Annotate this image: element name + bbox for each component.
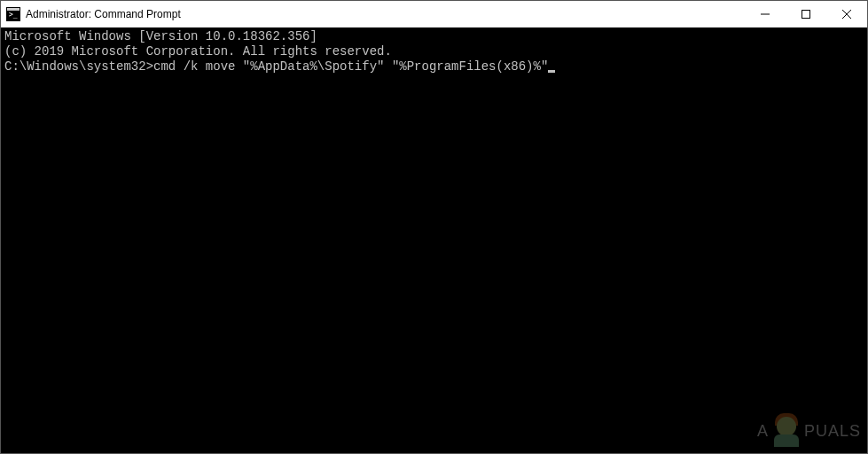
command-prompt-window: >_ Administrator: Command Prompt [0, 0, 868, 454]
terminal-prompt-line: C:\Windows\system32>cmd /k move "%AppDat… [4, 59, 864, 74]
terminal-prompt: C:\Windows\system32> [4, 59, 153, 74]
terminal-cursor [548, 70, 555, 73]
terminal-area[interactable]: Microsoft Windows [Version 10.0.18362.35… [1, 27, 867, 453]
cmd-icon: >_ [6, 7, 20, 21]
minimize-icon [761, 10, 770, 19]
close-button[interactable] [826, 1, 867, 27]
svg-rect-4 [802, 11, 810, 19]
maximize-icon [802, 10, 810, 19]
watermark-text: A [757, 422, 769, 441]
terminal-command: cmd /k move "%AppData%\Spotify" "%Progra… [153, 59, 548, 74]
watermark-text: PUALS [804, 422, 861, 441]
svg-text:>_: >_ [9, 11, 18, 19]
window-controls [745, 1, 867, 27]
terminal-line: (c) 2019 Microsoft Corporation. All righ… [4, 44, 864, 59]
titlebar[interactable]: >_ Administrator: Command Prompt [1, 1, 867, 27]
watermark-avatar-icon [770, 415, 802, 447]
maximize-button[interactable] [786, 1, 826, 27]
minimize-button[interactable] [745, 1, 786, 27]
watermark: A PUALS [757, 415, 861, 447]
terminal-line: Microsoft Windows [Version 10.0.18362.35… [4, 29, 864, 44]
close-icon [842, 10, 851, 19]
window-title: Administrator: Command Prompt [26, 8, 745, 20]
